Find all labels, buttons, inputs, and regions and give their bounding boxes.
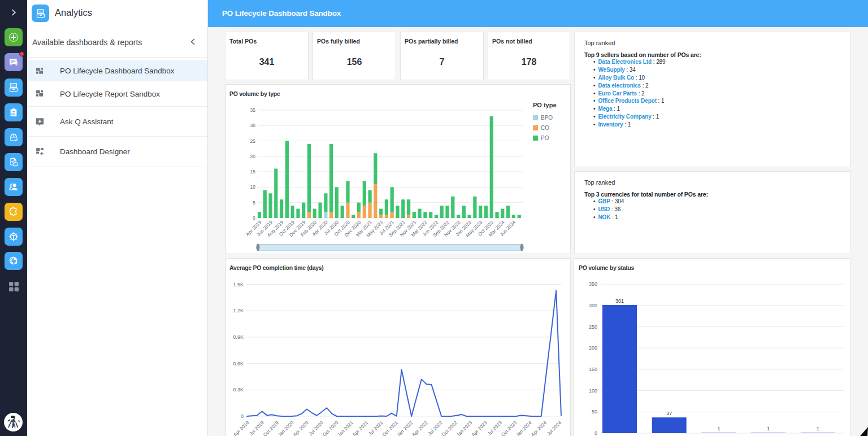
svg-text:1.2K: 1.2K [233,308,244,313]
svg-text:5: 5 [253,200,255,206]
svg-text:Jul 2024: Jul 2024 [546,420,563,436]
svg-text:0.9K: 0.9K [233,334,244,340]
svg-text:Apr 2020: Apr 2020 [292,420,310,436]
svg-text:Apr 2022: Apr 2022 [411,420,429,436]
svg-text:300: 300 [589,303,597,308]
svg-text:150: 150 [589,367,597,372]
svg-text:35: 35 [250,107,256,113]
svg-text:PO type: PO type [533,102,557,108]
svg-text:25: 25 [250,138,256,144]
svg-text:Apr 2024: Apr 2024 [530,420,548,436]
svg-text:350: 350 [589,281,597,287]
svg-text:1: 1 [717,426,720,431]
svg-text:0.3K: 0.3K [233,387,244,393]
svg-text:200: 200 [589,345,597,351]
svg-text:301: 301 [615,298,624,304]
svg-text:15: 15 [250,169,256,175]
svg-text:250: 250 [589,324,597,330]
svg-text:PO: PO [541,135,549,141]
svg-text:0.6K: 0.6K [233,361,244,367]
svg-text:Apr 2019: Apr 2019 [232,420,250,436]
svg-text:Apr 2023: Apr 2023 [470,420,488,436]
svg-text:Apr 2021: Apr 2021 [351,420,370,436]
svg-text:0: 0 [594,430,597,436]
svg-text:0: 0 [253,215,255,221]
svg-text:100: 100 [589,388,597,394]
svg-text:30: 30 [250,123,256,128]
svg-text:50: 50 [592,409,597,415]
svg-text:1: 1 [817,426,819,431]
svg-text:1: 1 [767,426,770,431]
svg-text:1.5K: 1.5K [233,282,244,287]
svg-text:20: 20 [250,154,256,159]
svg-text:10: 10 [250,184,256,190]
svg-text:0: 0 [241,413,244,419]
svg-text:CO: CO [541,125,549,131]
svg-text:37: 37 [666,411,672,416]
svg-text:BPO: BPO [541,115,553,121]
